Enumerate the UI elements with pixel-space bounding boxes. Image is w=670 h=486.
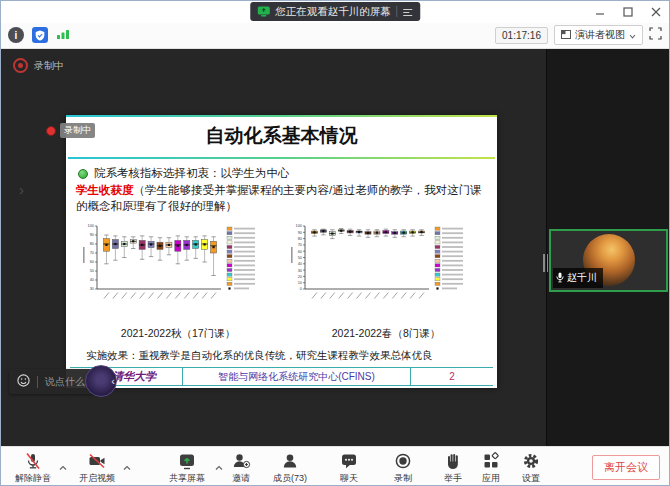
- boxplot-charts: 10090807060504030 2021-2022秋（17门课） 10090…: [80, 221, 484, 341]
- share-screen-button[interactable]: 共享屏幕: [161, 450, 213, 485]
- invite-person-icon: [223, 450, 259, 471]
- video-options-chevron[interactable]: [123, 457, 131, 475]
- floating-seal-logo[interactable]: ‹: [85, 365, 117, 397]
- members-button[interactable]: 成员(73): [263, 450, 317, 485]
- view-mode-caret-icon: [629, 30, 636, 41]
- boxplot-spring: 1009080706050403020100: [288, 221, 484, 321]
- minimize-button[interactable]: [593, 5, 607, 19]
- boxplot-figure: 1009080706050403020100: [288, 221, 484, 317]
- slide-recording-label: 录制中: [60, 123, 95, 138]
- svg-text:100: 100: [296, 223, 303, 228]
- share-options-chevron[interactable]: [215, 457, 223, 475]
- shared-screen-stage: 录制中 › 录制中 自动化系基本情况 院系考核指标选择初衷：以学生为中心 学生收…: [1, 49, 546, 446]
- mic-status-icon: [556, 269, 564, 287]
- share-screen-icon: [161, 450, 213, 471]
- screen-share-icon: [257, 3, 270, 21]
- chart-caption-spring: 2021-2022春（8门课）: [288, 327, 484, 341]
- participant-name: 赵千川: [567, 271, 597, 285]
- emoji-smiley-icon[interactable]: [17, 373, 30, 391]
- mute-button[interactable]: 解除静音: [9, 450, 57, 485]
- highlight-term: 学生收获度: [76, 184, 134, 196]
- collapse-chevron-icon[interactable]: ‹: [111, 375, 115, 387]
- svg-text:30: 30: [298, 268, 303, 273]
- network-signal-icon[interactable]: [56, 26, 70, 44]
- svg-text:80: 80: [90, 241, 95, 246]
- chart-fall-term: 10090807060504030 2021-2022秋（17门课）: [80, 221, 276, 341]
- svg-text:60: 60: [298, 249, 303, 254]
- participant-panel: 赵千川: [546, 49, 670, 446]
- camera-off-icon: [73, 450, 121, 471]
- view-mode-label: 演讲者视图: [575, 28, 625, 42]
- meeting-info-icon[interactable]: i: [8, 27, 24, 43]
- presentation-slide: 录制中 自动化系基本情况 院系考核指标选择初衷：以学生为中心 学生收获度（学生能…: [66, 115, 497, 388]
- svg-text:90: 90: [90, 232, 95, 237]
- start-video-button[interactable]: 开启视频: [73, 450, 121, 485]
- svg-text:40: 40: [90, 277, 95, 282]
- chat-bar-divider: [37, 376, 38, 388]
- title-underline-rule: [68, 157, 495, 159]
- settings-button[interactable]: 设置: [513, 450, 549, 485]
- meeting-toolbar-top: i 01:17:16 演讲者视图: [1, 23, 669, 49]
- record-circle-icon: [385, 450, 421, 471]
- recording-dot-icon: [13, 58, 28, 73]
- window-controls: [593, 1, 663, 23]
- start-video-label: 开启视频: [73, 472, 121, 485]
- svg-text:60: 60: [90, 259, 95, 264]
- raise-hand-label: 举手: [435, 472, 471, 485]
- effect-summary: 实施效果：重视教学是自动化系的优良传统，研究生课程教学效果总体优良: [86, 349, 433, 363]
- chat-button[interactable]: 聊天: [331, 450, 367, 485]
- view-mode-button[interactable]: 演讲者视图: [554, 25, 643, 45]
- raise-hand-button[interactable]: 举手: [435, 450, 471, 485]
- security-shield-icon[interactable]: [32, 27, 48, 43]
- svg-text:70: 70: [298, 242, 303, 247]
- svg-text:70: 70: [90, 250, 95, 255]
- invite-label: 邀请: [223, 472, 259, 485]
- record-label: 录制: [385, 472, 421, 485]
- university-name: 清华大学: [112, 369, 156, 384]
- banner-menu-icon[interactable]: [402, 3, 413, 21]
- participant-name-badge: 赵千川: [553, 268, 603, 288]
- chat-label: 聊天: [331, 472, 367, 485]
- slide-top-rule: [66, 115, 497, 117]
- slide-title: 自动化系基本情况: [66, 123, 497, 149]
- microphone-muted-icon: [9, 450, 57, 471]
- settings-label: 设置: [513, 472, 549, 485]
- banner-divider: [396, 6, 397, 17]
- paragraph-body: （学生能够接受并掌握课程的主要内容/通过老师的教学，我对这门课的概念和原理有了很…: [76, 184, 482, 212]
- slide-recording-badge: 录制中: [46, 123, 95, 138]
- expand-panel-chevron[interactable]: ›: [19, 181, 24, 198]
- layout-icon: [561, 30, 571, 41]
- participant-tile[interactable]: 赵千川: [549, 229, 668, 292]
- apps-label: 应用: [473, 472, 509, 485]
- status-icons: i: [8, 26, 70, 44]
- boxplot-fall: 10090807060504030: [80, 221, 276, 321]
- leave-meeting-button[interactable]: 离开会议: [592, 455, 660, 480]
- fullscreen-icon[interactable]: [649, 26, 662, 44]
- watching-banner-text: 您正在观看赵千川的屏幕: [275, 5, 391, 19]
- svg-text:30: 30: [90, 286, 95, 291]
- view-controls: 01:17:16 演讲者视图: [495, 25, 662, 45]
- members-person-icon: [263, 450, 317, 471]
- gear-icon: [513, 450, 549, 471]
- title-bar: 您正在观看赵千川的屏幕: [1, 1, 669, 23]
- apps-button[interactable]: 应用: [473, 450, 509, 485]
- svg-text:0: 0: [300, 286, 303, 291]
- meeting-window: 您正在观看赵千川的屏幕 i 01:17:16 演讲者视: [0, 0, 670, 486]
- svg-text:90: 90: [298, 230, 303, 235]
- mute-label: 解除静音: [9, 472, 57, 485]
- svg-text:100: 100: [88, 223, 95, 228]
- chart-spring-term: 1009080706050403020100 2021-2022春（8门课）: [288, 221, 484, 341]
- mute-options-chevron[interactable]: [59, 457, 67, 475]
- invite-button[interactable]: 邀请: [223, 450, 259, 485]
- footer-center-text: 智能与网络化系统研究中心(CFINS): [182, 368, 411, 385]
- watching-banner: 您正在观看赵千川的屏幕: [250, 2, 420, 21]
- svg-text:10: 10: [298, 280, 303, 285]
- maximize-button[interactable]: [621, 5, 635, 19]
- svg-text:50: 50: [298, 255, 303, 260]
- close-button[interactable]: [649, 5, 663, 19]
- panel-drag-handle[interactable]: [543, 254, 548, 272]
- record-button[interactable]: 录制: [385, 450, 421, 485]
- svg-text:80: 80: [298, 236, 303, 241]
- boxplot-figure: 10090807060504030: [80, 221, 276, 317]
- slide-recording-dot-icon: [46, 126, 56, 136]
